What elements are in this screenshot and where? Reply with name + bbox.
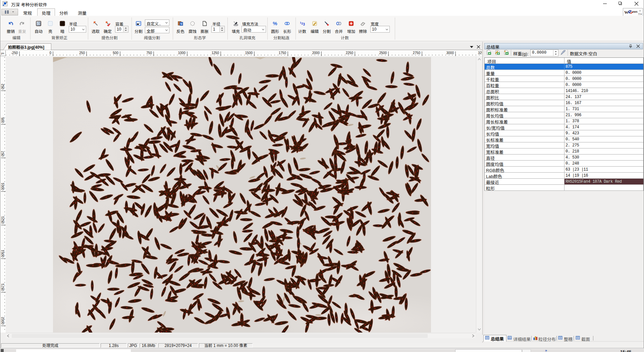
svg-text:0: 0: [49, 51, 51, 55]
svg-text:万深: 万深: [638, 13, 642, 15]
svg-text:005: 005: [1, 117, 5, 123]
svg-text:-250: -250: [11, 51, 18, 55]
svg-text:0521: 0521: [1, 216, 5, 224]
svg-text:0002: 0002: [1, 317, 5, 324]
svg-text:3250: 3250: [478, 51, 482, 55]
svg-text:500: 500: [113, 51, 118, 55]
svg-text:3000: 3000: [446, 51, 454, 55]
svg-text:3: 3: [303, 23, 305, 26]
svg-text:W: W: [624, 10, 629, 15]
svg-text:1000: 1000: [178, 51, 186, 55]
svg-text:%: %: [273, 21, 277, 26]
svg-text:2250: 2250: [346, 51, 354, 55]
svg-text:250: 250: [79, 51, 85, 55]
svg-text:2500: 2500: [379, 51, 387, 55]
svg-text:0001: 0001: [1, 182, 5, 190]
svg-text:2750: 2750: [413, 51, 421, 55]
svg-text:R: R: [640, 10, 641, 12]
svg-text:0571: 0571: [1, 283, 5, 291]
svg-text:052: 052: [1, 84, 5, 89]
svg-text:2000: 2000: [312, 51, 320, 55]
svg-text:1500: 1500: [245, 51, 253, 55]
svg-text:0051: 0051: [1, 250, 5, 257]
svg-text:1250: 1250: [212, 51, 219, 55]
svg-text:750: 750: [146, 51, 152, 55]
svg-text:057: 057: [1, 151, 5, 157]
svg-text:een: een: [632, 10, 638, 13]
svg-text:1750: 1750: [279, 51, 286, 55]
